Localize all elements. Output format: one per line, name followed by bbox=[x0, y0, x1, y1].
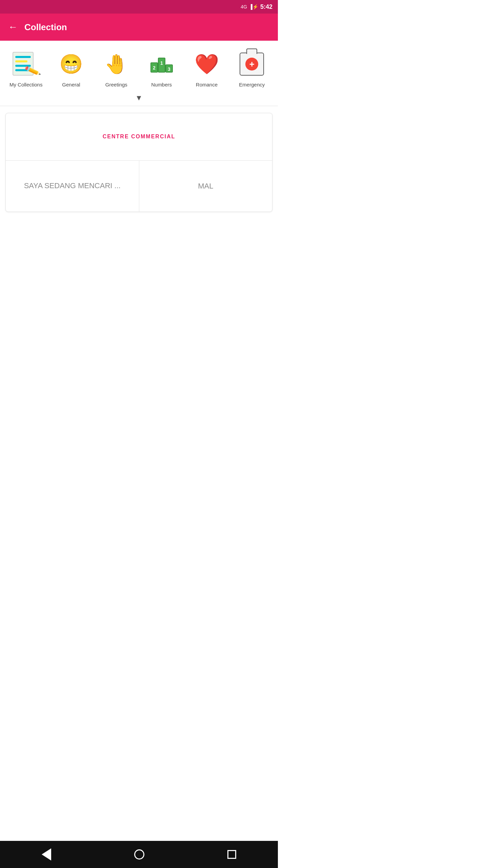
plus-circle-icon: + bbox=[245, 58, 258, 71]
back-arrow-icon: ← bbox=[8, 22, 18, 32]
chevron-down-icon[interactable]: ▼ bbox=[135, 94, 143, 102]
category-label-my-collections: My Collections bbox=[9, 81, 43, 88]
chevron-section: ▼ bbox=[0, 92, 278, 106]
category-row: ✏️ My Collections 😁 General 🤚 Greetings bbox=[3, 49, 274, 88]
card-top: CENTRE COMMERCIAL bbox=[6, 113, 272, 161]
svg-text:2: 2 bbox=[153, 65, 156, 71]
emergency-icon-wrap: + bbox=[237, 49, 267, 79]
card-right-cell[interactable]: MAL bbox=[139, 161, 272, 212]
category-section: ✏️ My Collections 😁 General 🤚 Greetings bbox=[0, 41, 278, 92]
my-collections-icon: ✏️ bbox=[13, 51, 40, 78]
category-label-emergency: Emergency bbox=[239, 81, 265, 88]
status-icons: 4G ▐⚡ 5:42 bbox=[241, 3, 272, 11]
app-bar: ← Collection bbox=[0, 14, 278, 41]
signal-icon: 4G bbox=[241, 4, 247, 9]
category-item-greetings[interactable]: 🤚 Greetings bbox=[98, 49, 135, 88]
romance-heart-icon: ❤️ bbox=[195, 54, 219, 74]
category-item-numbers[interactable]: 2 1 3 Numbers bbox=[143, 49, 180, 88]
general-emoji-icon: 😁 bbox=[59, 55, 83, 74]
svg-text:3: 3 bbox=[168, 66, 170, 72]
category-item-romance[interactable]: ❤️ Romance bbox=[188, 49, 225, 88]
battery-icon: ▐⚡ bbox=[249, 4, 258, 9]
greetings-emoji-icon: 🤚 bbox=[104, 55, 128, 74]
card-left-cell[interactable]: SAYA SEDANG MENCARI ... bbox=[6, 161, 139, 212]
category-item-emergency[interactable]: + Emergency bbox=[233, 49, 270, 88]
line-1 bbox=[15, 56, 31, 58]
time-display: 5:42 bbox=[260, 3, 272, 11]
numbers-icon-wrap: 2 1 3 bbox=[146, 49, 177, 79]
back-button[interactable]: ← bbox=[8, 22, 18, 32]
general-icon-wrap: 😁 bbox=[56, 49, 86, 79]
status-bar: 4G ▐⚡ 5:42 bbox=[0, 0, 278, 14]
card-bottom: SAYA SEDANG MENCARI ... MAL bbox=[6, 161, 272, 212]
card-top-text: CENTRE COMMERCIAL bbox=[103, 134, 175, 140]
card-section: CENTRE COMMERCIAL SAYA SEDANG MENCARI ..… bbox=[5, 113, 272, 212]
section-divider bbox=[0, 106, 278, 106]
svg-text:1: 1 bbox=[160, 60, 163, 66]
card-right-text: MAL bbox=[198, 182, 213, 191]
romance-icon-wrap: ❤️ bbox=[191, 49, 222, 79]
numbers-svg-icon: 2 1 3 bbox=[149, 52, 174, 76]
category-item-my-collections[interactable]: ✏️ My Collections bbox=[7, 49, 45, 88]
category-label-numbers: Numbers bbox=[151, 81, 172, 88]
emergency-box-icon: + bbox=[240, 53, 264, 76]
category-label-general: General bbox=[62, 81, 80, 88]
category-label-romance: Romance bbox=[196, 81, 218, 88]
my-collections-icon-wrap: ✏️ bbox=[11, 49, 41, 79]
category-item-general[interactable]: 😁 General bbox=[53, 49, 90, 88]
line-2 bbox=[15, 60, 28, 62]
card-left-text: SAYA SEDANG MENCARI ... bbox=[24, 181, 121, 191]
category-label-greetings: Greetings bbox=[105, 81, 127, 88]
app-title: Collection bbox=[24, 22, 67, 33]
greetings-icon-wrap: 🤚 bbox=[101, 49, 131, 79]
